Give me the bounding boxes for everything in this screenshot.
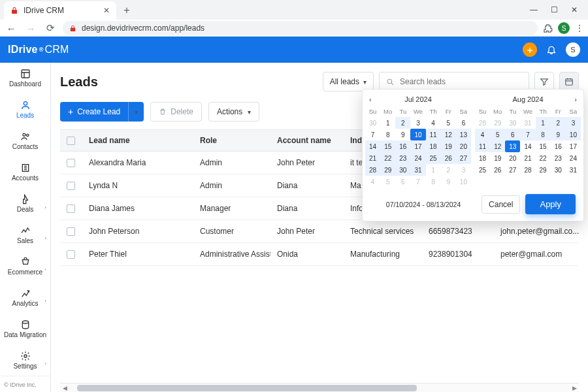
calendar-day[interactable]: 31 [520,117,535,129]
calendar-day[interactable]: 29 [490,117,505,129]
calendar-day[interactable]: 7 [365,129,380,140]
calendar-day[interactable]: 17 [566,140,581,152]
calendar-day[interactable]: 10 [410,129,425,140]
calendar-day[interactable]: 9 [551,129,566,140]
calendar-day[interactable]: 3 [456,164,471,176]
row-checkbox-cell[interactable] [60,159,82,167]
table-row[interactable]: Peter ThielAdministrative Assist...Onida… [60,243,579,266]
calendar-day[interactable]: 13 [456,129,471,140]
calendar-day[interactable]: 5 [441,117,456,129]
new-tab-button[interactable]: + [119,3,135,18]
close-icon[interactable]: ✕ [103,6,110,15]
calendar-day[interactable]: 27 [456,152,471,164]
calendar-day[interactable]: 8 [536,129,551,140]
table-row[interactable]: John PetersonCustomerJohn PeterTechnical… [60,220,579,243]
add-button[interactable]: + [523,42,537,57]
calendar-day[interactable]: 14 [520,140,535,152]
prev-month-icon[interactable]: ‹ [369,95,372,103]
column-lead-name[interactable]: Lead name [82,136,193,145]
cancel-button[interactable]: Cancel [482,195,520,214]
reload-button[interactable]: ⟳ [43,21,57,35]
calendar-day[interactable]: 4 [475,129,490,140]
calendar-day[interactable]: 11 [426,129,441,140]
calendar-day[interactable]: 14 [365,140,380,152]
calendar-day[interactable]: 7 [410,176,425,188]
sidebar-item-ecommerce[interactable]: Ecommerce› [0,250,50,282]
calendar-day[interactable]: 4 [426,117,441,129]
calendar-day[interactable]: 6 [505,129,520,140]
calendar-day[interactable]: 18 [475,152,490,164]
profile-avatar[interactable]: S [558,22,570,34]
calendar-day[interactable]: 24 [566,152,581,164]
calendar-day[interactable]: 18 [426,140,441,152]
calendar-day[interactable]: 19 [441,140,456,152]
calendar-day[interactable]: 22 [536,152,551,164]
checkbox[interactable] [67,250,75,259]
calendar-day[interactable]: 3 [410,117,425,129]
calendar-day[interactable]: 7 [520,129,535,140]
address-bar[interactable]: design.devidrivecrm.com/app/leads [63,21,538,35]
calendar-day[interactable]: 17 [410,140,425,152]
sidebar-item-leads[interactable]: Leads [0,94,50,125]
calendar-day[interactable]: 28 [365,164,380,176]
calendar-day[interactable]: 23 [395,152,410,164]
calendar-day[interactable]: 1 [380,117,395,129]
calendar-day[interactable]: 11 [475,140,490,152]
row-checkbox-cell[interactable] [60,204,82,213]
checkbox[interactable] [67,137,75,145]
next-month-icon[interactable]: › [574,95,577,103]
delete-button[interactable]: Delete [150,102,202,122]
calendar-day[interactable]: 2 [551,117,566,129]
calendar-day[interactable]: 29 [380,164,395,176]
calendar-day[interactable]: 21 [520,152,535,164]
calendar-day[interactable]: 20 [456,140,471,152]
checkbox[interactable] [67,182,75,190]
calendar-day[interactable]: 31 [410,164,425,176]
calendar-day[interactable]: 20 [505,152,520,164]
calendar-day[interactable]: 6 [395,176,410,188]
scroll-thumb[interactable] [77,385,417,391]
calendar-day[interactable]: 8 [426,176,441,188]
calendar-day[interactable]: 26 [441,152,456,164]
calendar-day[interactable]: 5 [380,176,395,188]
row-checkbox-cell[interactable] [60,227,82,236]
search-input[interactable] [400,77,522,86]
back-button[interactable]: ← [4,21,18,35]
calendar-day[interactable]: 3 [566,117,581,129]
bell-icon[interactable] [546,44,557,55]
calendar-day[interactable]: 15 [536,140,551,152]
calendar-day[interactable]: 1 [426,164,441,176]
apply-button[interactable]: Apply [525,194,576,214]
sidebar-item-deals[interactable]: Deals› [0,188,50,220]
row-checkbox-cell[interactable] [60,182,82,190]
calendar-day[interactable]: 9 [441,176,456,188]
calendar-day[interactable]: 9 [395,129,410,140]
calendar-day[interactable]: 5 [490,129,505,140]
checkbox[interactable] [67,204,75,213]
row-checkbox-cell[interactable] [60,250,82,259]
calendar-day[interactable]: 10 [566,129,581,140]
horizontal-scrollbar[interactable]: ◀ ▶ [60,383,579,392]
create-lead-caret[interactable] [128,102,144,122]
calendar-day[interactable]: 27 [505,164,520,176]
calendar-day[interactable]: 26 [490,164,505,176]
calendar-day[interactable]: 25 [426,152,441,164]
calendar-day[interactable]: 21 [365,152,380,164]
checkbox[interactable] [67,227,75,236]
sidebar-item-analytics[interactable]: Analytics› [0,282,50,313]
forward-button[interactable]: → [24,21,38,35]
calendar-day[interactable]: 2 [395,117,410,129]
calendar-day[interactable]: 22 [380,152,395,164]
sidebar-item-sales[interactable]: Sales› [0,220,50,251]
calendar-day[interactable]: 28 [475,117,490,129]
calendar-day[interactable]: 12 [490,140,505,152]
create-lead-button[interactable]: + Create Lead [60,102,128,122]
calendar-day[interactable]: 28 [520,164,535,176]
sidebar-item-dashboard[interactable]: Dashboard [0,63,50,94]
browser-tab[interactable]: IDrive CRM ✕ [4,1,116,20]
sidebar-item-accounts[interactable]: Accounts [0,157,50,188]
calendar-day[interactable]: 30 [551,164,566,176]
calendar-day[interactable]: 13 [505,140,520,152]
sidebar-item-settings[interactable]: Settings› [0,344,50,376]
extensions-icon[interactable] [543,24,553,33]
